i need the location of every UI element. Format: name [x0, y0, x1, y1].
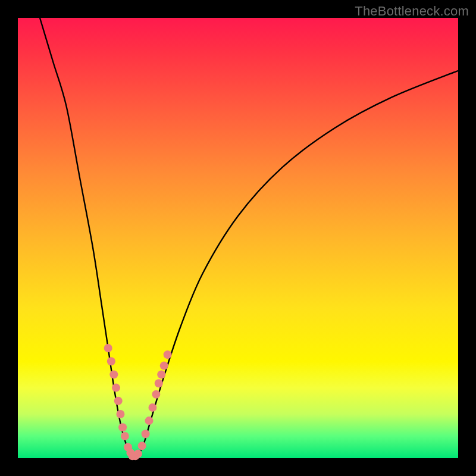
data-marker [109, 370, 118, 378]
watermark-text: TheBottleneck.com [355, 4, 469, 19]
data-marker [112, 384, 120, 392]
data-marker [152, 390, 160, 399]
data-marker [116, 410, 124, 418]
data-marker [138, 441, 146, 450]
curve-left-branch [40, 18, 132, 458]
data-marker [145, 416, 154, 425]
data-marker [164, 350, 172, 359]
curve-right-branch [137, 71, 458, 458]
data-marker [114, 397, 123, 405]
data-marker [121, 432, 129, 440]
data-marker [142, 430, 150, 438]
data-marker [155, 379, 163, 387]
data-marker [107, 357, 115, 365]
data-marker [134, 450, 142, 458]
chart-svg [18, 18, 458, 458]
data-marker [157, 370, 165, 378]
chart-plot-area [18, 18, 458, 458]
data-markers-group [104, 344, 172, 460]
data-marker [160, 362, 168, 370]
data-marker [118, 423, 127, 431]
data-marker [148, 403, 156, 412]
data-marker [104, 344, 112, 352]
